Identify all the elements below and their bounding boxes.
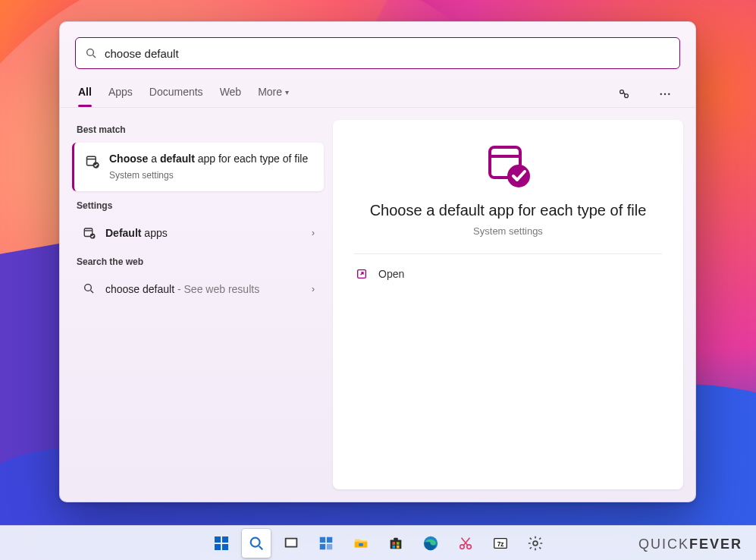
svg-point-6 [668,93,670,95]
section-best-match: Best match [72,120,324,138]
svg-rect-19 [222,544,228,550]
svg-line-21 [259,546,262,549]
search-options-icon[interactable] [612,82,636,106]
chevron-down-icon: ▾ [285,88,289,96]
chevron-right-icon: › [312,284,315,294]
task-view-button[interactable] [277,529,306,558]
detail-pane: Choose a default app for each type of fi… [333,120,683,489]
results-column: Best match Choose a default app for each… [72,120,324,489]
svg-rect-26 [319,543,325,549]
search-icon [83,282,96,296]
svg-rect-32 [392,542,395,545]
result-title: Default apps [105,227,168,239]
svg-point-2 [620,90,624,94]
section-settings: Settings [72,196,324,214]
start-button[interactable] [207,529,236,558]
more-options-icon[interactable] [653,82,677,106]
open-label: Open [378,268,404,280]
svg-rect-29 [359,543,363,546]
result-default-apps[interactable]: Default apps › [72,219,324,247]
chevron-right-icon: › [312,228,315,238]
svg-rect-18 [215,544,221,550]
section-search-web: Search the web [72,252,324,270]
tab-documents[interactable]: Documents [149,81,203,107]
detail-title: Choose a default app for each type of fi… [370,202,647,219]
svg-rect-16 [215,536,221,543]
svg-line-12 [91,290,93,292]
microsoft-store-button[interactable] [381,529,410,558]
tab-all[interactable]: All [78,81,92,107]
default-apps-icon [83,226,96,240]
tab-more-label: More [258,86,282,98]
svg-rect-35 [396,545,399,548]
default-apps-icon [85,154,100,169]
divider [354,253,662,254]
svg-rect-24 [319,536,325,542]
result-web-search[interactable]: choose default - See web results › [72,275,324,304]
open-action[interactable]: Open [354,265,662,283]
svg-rect-17 [222,536,228,543]
svg-point-11 [85,284,92,291]
tab-web[interactable]: Web [220,81,242,107]
result-title: Choose a default app for each type of fi… [109,152,308,167]
svg-point-0 [87,49,94,56]
result-title: choose default - See web results [105,283,259,295]
taskbar-search-button[interactable] [242,529,271,558]
svg-rect-33 [396,542,399,545]
result-subtitle: System settings [109,170,308,181]
svg-point-5 [664,93,666,95]
svg-rect-30 [390,540,401,549]
tab-apps[interactable]: Apps [108,81,133,107]
search-icon [85,47,97,59]
svg-text:7z: 7z [497,540,503,547]
svg-rect-27 [326,543,331,549]
svg-rect-25 [326,536,331,542]
search-input[interactable] [105,47,670,60]
svg-rect-31 [394,537,398,540]
settings-button[interactable] [521,529,550,558]
open-icon [356,268,368,280]
edge-button[interactable] [416,529,445,558]
7zip-button[interactable]: 7z [486,529,515,558]
svg-rect-23 [286,539,296,546]
default-app-large-icon [484,141,532,190]
svg-line-1 [93,55,96,58]
result-best-match[interactable]: Choose a default app for each type of fi… [72,143,324,191]
svg-point-20 [250,537,259,546]
detail-subtitle: System settings [473,225,543,237]
tab-more[interactable]: More ▾ [258,81,289,107]
start-search-window: All Apps Documents Web More ▾ Best match [59,21,696,502]
filter-tabs: All Apps Documents Web More ▾ [60,74,695,108]
watermark: QUICKFEVER [638,536,742,552]
svg-point-4 [660,93,662,95]
widgets-button[interactable] [312,529,340,558]
file-explorer-button[interactable] [347,529,375,558]
snip-button[interactable] [451,529,480,558]
svg-rect-34 [392,545,395,548]
svg-point-41 [533,541,538,546]
search-bar[interactable] [75,37,680,69]
